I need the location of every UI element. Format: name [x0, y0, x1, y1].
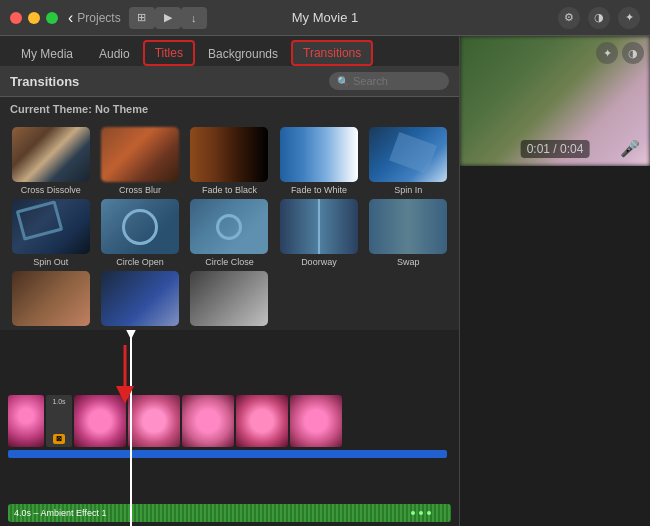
transition-thumb	[190, 127, 268, 182]
panel-title: Transitions	[10, 74, 79, 89]
transition-fade-white[interactable]: Fade to White	[276, 127, 361, 195]
audio-marker	[419, 511, 423, 515]
transition-spin-in[interactable]: Spin In	[366, 127, 451, 195]
transitions-grid: Cross Dissolve Cross Blur Fade to Black …	[0, 121, 459, 330]
clip-first[interactable]	[8, 395, 44, 447]
transition-label: Fade to White	[291, 185, 347, 195]
transition-thumb	[280, 127, 358, 182]
audio-track-bar[interactable]: 4.0s – Ambient Effect 1	[8, 504, 451, 522]
titlebar: ‹ Projects ⊞ ▶ ↓ My Movie 1 ⚙ ◑ ✦	[0, 0, 650, 36]
back-button[interactable]: ‹ Projects	[68, 9, 121, 27]
flower-thumb	[290, 395, 342, 447]
time-display: 0:01 / 0:04	[521, 140, 590, 158]
tab-my-media[interactable]: My Media	[8, 41, 86, 66]
transition-cross-dissolve[interactable]: Cross Dissolve	[8, 127, 93, 195]
transition-circle-open[interactable]: Circle Open	[97, 199, 182, 267]
search-bar[interactable]: 🔍	[329, 72, 449, 90]
media-browser-button[interactable]: ⊞	[129, 7, 155, 29]
transition-thumb	[12, 199, 90, 254]
audio-marker	[411, 511, 415, 515]
transition-thumb	[12, 271, 90, 326]
transition-doorway[interactable]: Doorway	[276, 199, 361, 267]
left-panel: My Media Audio Titles Backgrounds Transi…	[0, 36, 460, 526]
transition-circle-close[interactable]: Circle Close	[187, 199, 272, 267]
transition-fade-black[interactable]: Fade to Black	[187, 127, 272, 195]
transition-label: Spin In	[394, 185, 422, 195]
transition-label: Spin Out	[33, 257, 68, 267]
transition-extra-3[interactable]	[187, 271, 272, 329]
close-button[interactable]	[10, 12, 22, 24]
transition-extra-2[interactable]	[97, 271, 182, 329]
audio-marker	[427, 511, 431, 515]
microphone-icon[interactable]: 🎤	[620, 139, 640, 158]
settings-icon[interactable]: ⚙	[558, 7, 580, 29]
transition-label: Cross Dissolve	[21, 185, 81, 195]
theme-label: Current Theme: No Theme	[0, 97, 459, 121]
tab-titles[interactable]: Titles	[143, 40, 195, 66]
settings-button[interactable]: ▶	[155, 7, 181, 29]
main-layout: My Media Audio Titles Backgrounds Transi…	[0, 36, 650, 526]
window-title: My Movie 1	[292, 10, 358, 25]
transition-thumb	[280, 199, 358, 254]
video-track: 1.0s ⊠	[8, 395, 451, 458]
audio-attachment-bar	[8, 450, 447, 458]
timeline-section: 1.0s ⊠	[0, 330, 459, 527]
share-button[interactable]: ↓	[181, 7, 207, 29]
flower-thumb	[236, 395, 288, 447]
search-icon: 🔍	[337, 76, 349, 87]
tab-audio[interactable]: Audio	[86, 41, 143, 66]
transition-thumb	[190, 271, 268, 326]
nav-tabs: My Media Audio Titles Backgrounds Transi…	[0, 36, 459, 66]
minimize-button[interactable]	[28, 12, 40, 24]
transition-thumb	[190, 199, 268, 254]
theme-icon[interactable]: ✦	[618, 7, 640, 29]
transition-label: Fade to Black	[202, 185, 257, 195]
clip-3[interactable]	[182, 395, 234, 447]
transition-label: Swap	[397, 257, 420, 267]
transition-thumb	[101, 127, 179, 182]
tab-backgrounds[interactable]: Backgrounds	[195, 41, 291, 66]
color-balance-icon[interactable]: ◑	[622, 42, 644, 64]
transition-marker[interactable]: 1.0s ⊠	[46, 395, 72, 447]
chevron-left-icon: ‹	[68, 9, 73, 27]
right-panel: ✦ ◑ 🎤 0:01 / 0:04	[460, 36, 650, 526]
transitions-header: Transitions 🔍	[0, 66, 459, 97]
transition-thumb	[369, 127, 447, 182]
transition-label: Circle Close	[205, 257, 254, 267]
transition-thumb	[101, 271, 179, 326]
back-label: Projects	[77, 11, 120, 25]
maximize-button[interactable]	[46, 12, 58, 24]
transition-cross-blur[interactable]: Cross Blur	[97, 127, 182, 195]
right-panel-bottom	[460, 166, 650, 526]
timeline-container: 1.0s ⊠	[0, 330, 459, 527]
ambient-audio-track: 4.0s – Ambient Effect 1	[8, 501, 451, 522]
preview-area: ✦ ◑ 🎤 0:01 / 0:04	[460, 36, 650, 166]
traffic-lights	[10, 12, 58, 24]
clip-4[interactable]	[236, 395, 288, 447]
transition-extra-1[interactable]	[8, 271, 93, 329]
transition-thumb	[12, 127, 90, 182]
tab-transitions[interactable]: Transitions	[291, 40, 373, 66]
search-input[interactable]	[353, 75, 433, 87]
transition-label: Cross Blur	[119, 185, 161, 195]
transition-thumb	[101, 199, 179, 254]
transition-icon: ⊠	[53, 434, 65, 444]
audio-track-label: 4.0s – Ambient Effect 1	[14, 508, 106, 518]
transition-spin-out[interactable]: Spin Out	[8, 199, 93, 267]
arrow-annotation	[95, 340, 155, 410]
preview-toolbar: ✦ ◑	[596, 42, 644, 64]
color-icon[interactable]: ◑	[588, 7, 610, 29]
toolbar-icons: ⚙ ◑ ✦	[558, 7, 640, 29]
clip-5[interactable]	[290, 395, 342, 447]
transition-thumb	[369, 199, 447, 254]
wand-icon[interactable]: ✦	[596, 42, 618, 64]
transition-swap[interactable]: Swap	[366, 199, 451, 267]
transition-duration: 1.0s	[52, 398, 65, 405]
transition-label: Circle Open	[116, 257, 164, 267]
flower-thumb	[182, 395, 234, 447]
transition-label: Doorway	[301, 257, 337, 267]
